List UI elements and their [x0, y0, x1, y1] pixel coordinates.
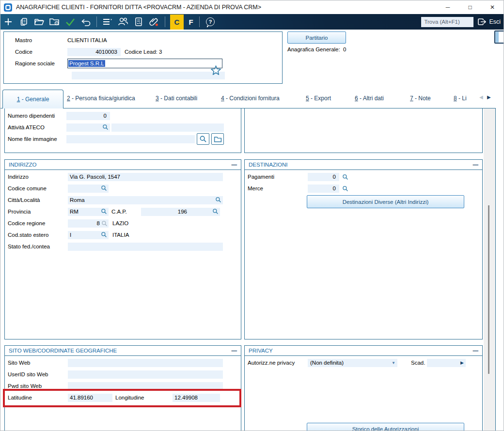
- side-panel-icon[interactable]: [494, 31, 504, 44]
- destinazioni-title: DESTINAZIONI: [249, 162, 288, 168]
- content-border: [0, 108, 496, 108]
- search-icon[interactable]: [212, 208, 219, 215]
- empty-box: [244, 108, 483, 153]
- folder-recent-button[interactable]: [47, 15, 62, 29]
- userid-field[interactable]: [68, 370, 223, 379]
- tab-scroll-left-icon[interactable]: ◀: [479, 94, 483, 100]
- exit-button[interactable]: Esci: [476, 17, 501, 27]
- collapse-icon[interactable]: —: [232, 162, 237, 167]
- provincia-field[interactable]: RM: [68, 208, 109, 216]
- search-icon[interactable]: [102, 124, 109, 130]
- attachments-button[interactable]: [147, 15, 161, 29]
- attivita-ateco-desc-field[interactable]: [111, 123, 224, 132]
- close-button[interactable]: ✕: [481, 0, 504, 14]
- merce-field[interactable]: 0: [308, 185, 339, 193]
- merce-label: Merce: [248, 185, 308, 191]
- anagrafica-generale-label: Anagrafica Generale: 0: [287, 46, 346, 52]
- undo-button[interactable]: [79, 15, 93, 29]
- browse-folder-button[interactable]: [211, 133, 224, 145]
- privacy-box: PRIVACY — Autorizz.ne privacy (Non defin…: [244, 345, 483, 431]
- privacy-title: PRIVACY: [249, 348, 273, 354]
- autorizzazione-privacy-select[interactable]: (Non definita) ▼: [308, 359, 397, 367]
- search-icon-disabled: [101, 220, 109, 227]
- attivita-ateco-field[interactable]: [66, 123, 110, 132]
- pwd-field[interactable]: [68, 382, 223, 390]
- exit-label: Esci: [489, 18, 501, 25]
- open-folder-button[interactable]: [32, 15, 47, 29]
- titlebar: ANAGRAFICHE CLIENTI - FORNITORI DITTA <P…: [0, 0, 504, 14]
- codice-comune-field[interactable]: [68, 185, 109, 193]
- search-icon[interactable]: [342, 185, 348, 192]
- toolbar-separator: [199, 16, 200, 27]
- tab-condizioni-fornitura[interactable]: 4 - Condizioni fornitura: [221, 95, 280, 102]
- stato-name: ITALIA: [112, 232, 129, 238]
- date-picker-arrow-icon[interactable]: ▶: [460, 360, 464, 365]
- tab-generale[interactable]: 1 - Generale: [2, 90, 63, 108]
- copy-document-button[interactable]: [16, 15, 31, 29]
- tab-persona-fisica[interactable]: 2 - Persona fisica/giuridica: [67, 95, 135, 102]
- tab-dati-contabili[interactable]: 3 - Dati contabili: [156, 95, 197, 102]
- destinazioni-diverse-button[interactable]: Destinazioni Diverse (Altri Indirizzi): [307, 195, 464, 208]
- scadenza-date-field[interactable]: ▶: [427, 359, 466, 367]
- content-border: [495, 108, 496, 431]
- sito-web-label: Sito Web: [8, 360, 68, 366]
- indirizzo-label: Indirizzo: [8, 174, 68, 180]
- longitudine-field[interactable]: 12.49908: [173, 394, 220, 402]
- codice-field[interactable]: 4010003: [67, 48, 121, 56]
- search-file-button[interactable]: [197, 133, 209, 145]
- menu-button[interactable]: [100, 15, 115, 29]
- vertical-scrollbar[interactable]: [484, 108, 495, 431]
- maximize-button[interactable]: □: [459, 0, 481, 14]
- tab-bar: 1 - Generale 2 - Persona fisica/giuridic…: [0, 89, 504, 108]
- provincia-label: Provincia: [8, 209, 68, 215]
- citta-field[interactable]: Roma: [68, 196, 223, 204]
- minimize-button[interactable]: ─: [437, 0, 459, 14]
- tab-altri-dati[interactable]: 6 - Altri dati: [355, 95, 384, 102]
- confirm-check-button[interactable]: [63, 15, 78, 29]
- stato-estero-field[interactable]: I: [68, 231, 109, 239]
- search-icon[interactable]: [101, 231, 107, 238]
- favorite-star-icon[interactable]: [210, 65, 221, 76]
- help-button[interactable]: ?: [203, 15, 218, 29]
- latitudine-field[interactable]: 41.89160: [68, 394, 112, 402]
- stato-fed-field[interactable]: [68, 243, 223, 251]
- collapse-icon[interactable]: —: [473, 348, 479, 353]
- cap-label: C.A.P.: [111, 209, 141, 215]
- scrollbar-thumb[interactable]: [488, 205, 489, 374]
- collapse-icon[interactable]: —: [232, 348, 237, 353]
- clienti-mode-button[interactable]: C: [170, 15, 184, 30]
- indirizzo-title: INDIRIZZO: [9, 162, 37, 168]
- tab-scroll-right-icon[interactable]: ▶: [487, 94, 491, 100]
- search-icon[interactable]: [342, 174, 348, 180]
- partitario-button[interactable]: Partitario: [287, 31, 346, 44]
- tab-export[interactable]: 5 - Export: [306, 95, 331, 102]
- search-icon[interactable]: [215, 197, 221, 203]
- tab-note[interactable]: 7 - Note: [410, 95, 431, 102]
- app-logo-icon: [4, 3, 12, 12]
- destinazioni-box: DESTINAZIONI — Pagamenti 0 Merce 0 Desti…: [244, 159, 483, 339]
- sito-web-field[interactable]: [68, 359, 223, 367]
- new-record-button[interactable]: [1, 15, 16, 29]
- search-icon[interactable]: [101, 208, 107, 215]
- help-icon: ?: [206, 17, 215, 26]
- document-edit-button[interactable]: [131, 15, 146, 29]
- indirizzo-field[interactable]: Via G. Pascoli, 1547: [68, 173, 223, 181]
- contacts-button[interactable]: [116, 15, 130, 29]
- tab-li[interactable]: 8 - Li: [454, 95, 467, 102]
- regione-name: LAZIO: [112, 220, 128, 226]
- cap-field[interactable]: 196: [141, 208, 220, 216]
- toolbar-separator: [165, 16, 165, 27]
- numero-dipendenti-field[interactable]: 0: [66, 112, 110, 120]
- search-icon[interactable]: [101, 185, 107, 191]
- storico-autorizzazioni-button[interactable]: Storico delle Autorizzazioni: [307, 423, 464, 431]
- find-input[interactable]: Trova (Alt+F1): [421, 17, 473, 27]
- pagamenti-field[interactable]: 0: [308, 173, 339, 181]
- collapse-icon[interactable]: —: [473, 162, 479, 167]
- codice-regione-field[interactable]: 8: [68, 219, 109, 228]
- extra-name-field[interactable]: [72, 72, 225, 79]
- fornitori-mode-button[interactable]: F: [186, 15, 196, 29]
- ragione-sociale-input[interactable]: Progest S.R.L: [67, 59, 222, 68]
- nome-file-immagine-field[interactable]: [66, 135, 195, 143]
- toolbar: C F ? Trova (Alt+F1) Esci: [0, 14, 504, 30]
- chevron-down-icon[interactable]: ▼: [392, 361, 395, 365]
